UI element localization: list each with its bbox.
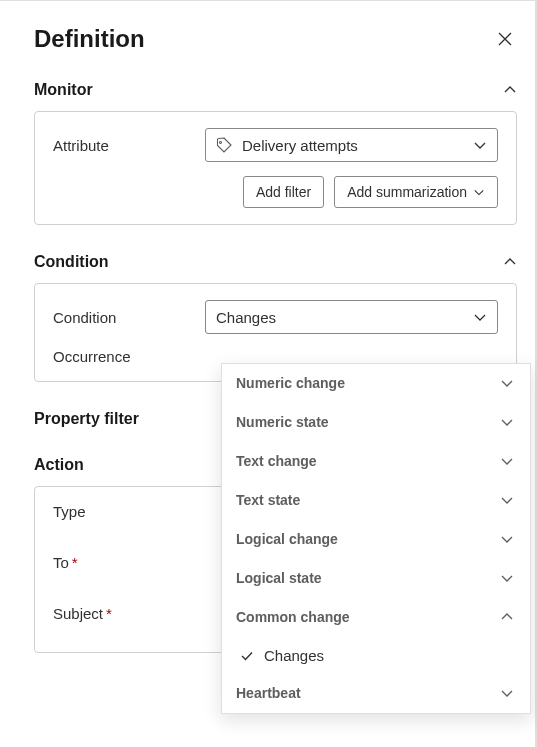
monitor-card: Attribute Delivery attempts Add filter A… bbox=[34, 111, 517, 225]
chevron-down-icon bbox=[500, 571, 514, 585]
chevron-down-icon bbox=[500, 493, 514, 507]
page-title: Definition bbox=[34, 25, 145, 53]
chevron-down-icon bbox=[473, 186, 485, 198]
type-label: Type bbox=[53, 503, 205, 520]
dropdown-group-common-change[interactable]: Common change bbox=[222, 598, 530, 637]
chevron-up-icon bbox=[503, 255, 517, 269]
section-title-monitor: Monitor bbox=[34, 81, 93, 99]
condition-dropdown[interactable]: Numeric change Numeric state Text change… bbox=[221, 363, 531, 714]
check-icon bbox=[240, 649, 254, 663]
condition-value: Changes bbox=[216, 309, 276, 326]
attribute-select[interactable]: Delivery attempts bbox=[205, 128, 498, 162]
to-label: To* bbox=[53, 554, 205, 571]
chevron-down-icon bbox=[500, 686, 514, 700]
close-icon bbox=[497, 31, 513, 47]
section-title-condition: Condition bbox=[34, 253, 109, 271]
required-marker: * bbox=[72, 554, 78, 571]
occurrence-label: Occurrence bbox=[53, 348, 205, 365]
chevron-down-icon bbox=[473, 310, 487, 324]
tag-icon bbox=[216, 137, 232, 153]
section-title-action: Action bbox=[34, 456, 84, 474]
close-button[interactable] bbox=[493, 27, 517, 51]
condition-label: Condition bbox=[53, 309, 205, 326]
condition-select[interactable]: Changes bbox=[205, 300, 498, 334]
attribute-value: Delivery attempts bbox=[242, 137, 358, 154]
chevron-down-icon bbox=[473, 138, 487, 152]
chevron-down-icon bbox=[500, 415, 514, 429]
chevron-down-icon bbox=[500, 532, 514, 546]
dropdown-group-numeric-change[interactable]: Numeric change bbox=[222, 364, 530, 403]
section-header-monitor[interactable]: Monitor bbox=[34, 81, 517, 99]
section-header-condition[interactable]: Condition bbox=[34, 253, 517, 271]
chevron-up-icon bbox=[500, 610, 514, 624]
attribute-label: Attribute bbox=[53, 137, 205, 154]
dropdown-group-logical-change[interactable]: Logical change bbox=[222, 520, 530, 559]
dropdown-option-changes[interactable]: Changes bbox=[222, 637, 530, 674]
add-summarization-button[interactable]: Add summarization bbox=[334, 176, 498, 208]
chevron-up-icon bbox=[503, 83, 517, 97]
dropdown-group-text-state[interactable]: Text state bbox=[222, 481, 530, 520]
chevron-down-icon bbox=[500, 376, 514, 390]
dropdown-group-numeric-state[interactable]: Numeric state bbox=[222, 403, 530, 442]
required-marker: * bbox=[106, 605, 112, 622]
dropdown-group-text-change[interactable]: Text change bbox=[222, 442, 530, 481]
section-title-property-filter: Property filter bbox=[34, 410, 139, 428]
add-filter-button[interactable]: Add filter bbox=[243, 176, 324, 208]
dropdown-group-logical-state[interactable]: Logical state bbox=[222, 559, 530, 598]
chevron-down-icon bbox=[500, 454, 514, 468]
dropdown-group-heartbeat[interactable]: Heartbeat bbox=[222, 674, 530, 713]
subject-label: Subject* bbox=[53, 605, 205, 622]
